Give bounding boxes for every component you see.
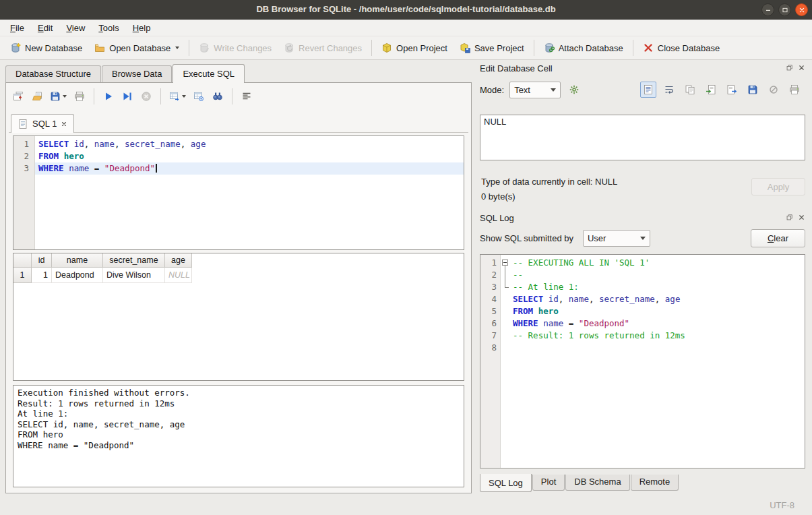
token: WHERE [38,163,64,173]
export-data-button[interactable] [724,82,740,98]
cell-editor[interactable]: NULL [480,115,805,160]
token: = [563,318,579,328]
print-cell-button[interactable] [786,82,803,98]
token: , [115,139,125,149]
editor-line: 2FROM hero [13,150,464,162]
menu-view[interactable]: View [59,21,92,35]
execute-current-line-button[interactable] [119,88,135,104]
write-changes-button: Write Changes [193,40,278,56]
tab-db-schema[interactable]: DB Schema [565,475,629,491]
copy-cell-button[interactable] [682,82,698,98]
save-sql-file-button[interactable] [48,88,69,104]
cell[interactable]: NULL [165,268,192,283]
log-line: 1-- EXECUTING ALL IN 'SQL 1' [480,257,805,269]
menu-help[interactable]: Help [126,21,158,35]
log-lines: 1-- EXECUTING ALL IN 'SQL 1'2--3-- At li… [480,257,805,354]
cell-toolbar-icons [640,82,803,98]
line-number: 8 [480,342,501,354]
attach-database-icon [544,42,555,53]
clear-button[interactable]: Clear [751,229,805,247]
window-close-button[interactable] [795,3,808,16]
save-as-view-button[interactable] [191,88,207,104]
auto-switch-mode-button[interactable] [566,82,582,98]
new-database-button[interactable]: New Database [4,40,88,56]
export-results-button[interactable] [167,88,188,104]
set-null-button[interactable] [766,82,782,98]
fold-collapse-icon[interactable] [502,260,508,266]
sql-editor[interactable]: 1SELECT id, name, secret_name, age2FROM … [13,135,464,250]
column-header-secret-name[interactable]: secret_name [103,253,165,268]
token: -- Result: 1 rows returned in 12ms [513,330,685,340]
cell[interactable]: Deadpond [52,268,103,283]
sql-log-view[interactable]: 1-- EXECUTING ALL IN 'SQL 1'2--3-- At li… [480,254,805,468]
open-sql-new-tab-button[interactable] [10,88,26,104]
sql-editor-tab[interactable]: SQL 1 [11,114,74,133]
menu-tools[interactable]: Tools [92,21,125,35]
tab-plot[interactable]: Plot [532,475,565,491]
window-minimize-button[interactable] [761,3,774,16]
word-wrap-button[interactable] [661,82,677,98]
float-window-button[interactable] [786,63,793,73]
token: "Deadpond" [104,163,155,173]
row-header[interactable]: 1 [13,268,32,283]
statusbar: UTF-8 [0,496,812,515]
tab-remote[interactable]: Remote [631,475,679,491]
tab-execute-sql[interactable]: Execute SQL [173,64,245,83]
tab-database-structure[interactable]: Database Structure [5,65,101,82]
print-button[interactable] [71,88,88,104]
execute-all-button[interactable] [100,88,117,104]
fold-marker[interactable] [501,269,511,281]
submitter-select[interactable]: User [583,230,650,247]
menu-file[interactable]: File [3,21,31,35]
grid-corner[interactable] [13,253,32,268]
mode-select[interactable]: Text [509,82,561,98]
close-database-button[interactable]: Close Database [637,40,726,56]
import-data-button[interactable] [703,82,719,98]
open-sql-file-button[interactable] [29,88,45,104]
close-window-icon [798,64,805,71]
sql-log-window-icons [786,213,805,223]
save-project-button[interactable]: Save Project [454,40,530,56]
log-line: 2-- [480,269,805,281]
find-replace-icon [212,91,223,102]
open-project-button[interactable]: Open Project [375,40,454,56]
find-replace-button[interactable] [210,88,226,104]
cell[interactable]: 1 [32,268,52,283]
column-header-age[interactable]: age [165,253,192,268]
revert-changes-button: Revert Changes [278,40,368,56]
open-database-label: Open Database [109,43,170,53]
stop-execution-button [138,88,154,104]
column-header-name[interactable]: name [52,253,103,268]
token: , [589,294,599,304]
close-window-button[interactable] [798,213,805,223]
cell[interactable]: Dive Wilson [103,268,165,283]
apply-button: Apply [751,178,805,195]
tab-browse-data[interactable]: Browse Data [102,65,172,82]
write-changes-icon [199,42,210,53]
save-as-button[interactable] [745,82,761,98]
sql-tab-label: SQL 1 [32,119,57,129]
tab-sql-log[interactable]: SQL Log [480,474,532,492]
attach-database-button[interactable]: Attach Database [538,40,629,56]
text-view-button[interactable] [640,82,656,98]
close-tab-icon[interactable] [61,121,67,127]
mode-label: Mode: [480,85,504,95]
token: FROM [513,306,533,316]
column-header-id[interactable]: id [32,253,52,268]
window-maximize-button[interactable] [778,3,791,16]
open-database-button[interactable]: Open Database [88,40,185,56]
cell-value: NULL [484,117,506,127]
fold-marker[interactable] [501,257,511,269]
token: age [665,294,681,304]
fold-marker[interactable] [501,281,511,293]
line-number: 7 [480,330,501,342]
menu-edit[interactable]: Edit [31,21,59,35]
token: -- At line 1: [513,282,579,292]
token: -- EXECUTING ALL IN 'SQL 1' [513,258,650,268]
close-window-button[interactable] [798,63,805,73]
auto-format-button[interactable] [239,88,255,104]
float-window-button[interactable] [786,213,793,223]
code-text[interactable]: SELECT id, name, secret_name, age [35,138,464,150]
code-text[interactable]: FROM hero [35,150,464,162]
code-text[interactable]: WHERE name = "Deadpond" [35,162,464,175]
